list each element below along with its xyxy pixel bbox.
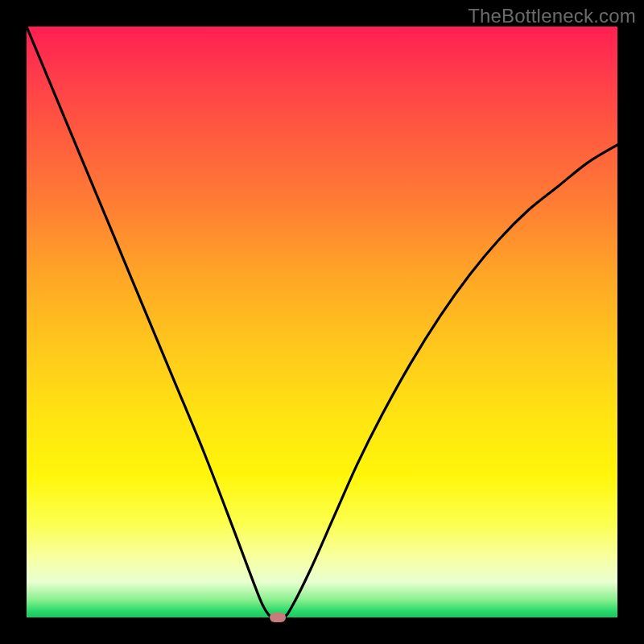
plot-area (27, 27, 617, 617)
curve-svg (27, 27, 617, 617)
watermark-text: TheBottleneck.com (468, 5, 636, 27)
chart-frame: TheBottleneck.com (0, 0, 644, 644)
optimum-marker (270, 613, 286, 622)
bottleneck-curve (27, 27, 617, 617)
